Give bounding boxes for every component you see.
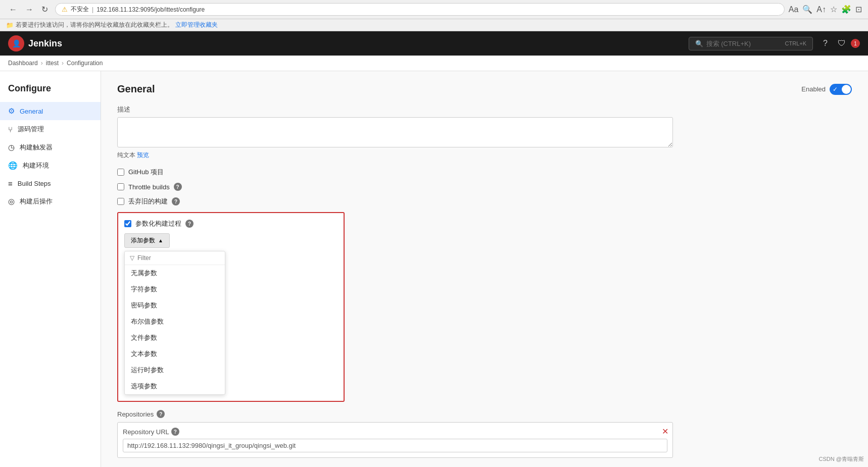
param-option-5[interactable]: 文本参数 bbox=[125, 346, 225, 362]
zoom-icon[interactable]: 🔍 bbox=[802, 5, 812, 14]
notification-badge: 1 bbox=[851, 39, 860, 48]
sidebar-item-build-steps[interactable]: ≡ Build Steps bbox=[0, 175, 101, 192]
repo-url-input[interactable] bbox=[123, 439, 667, 452]
filter-input[interactable] bbox=[137, 254, 220, 262]
sidebar-item-post-build[interactable]: ◎ 构建后操作 bbox=[0, 192, 101, 211]
add-param-label: 添加参数 bbox=[131, 236, 155, 245]
address-text: 不安全 bbox=[71, 5, 89, 14]
extensions-icon[interactable]: 🧩 bbox=[841, 5, 851, 14]
param-option-3[interactable]: 布尔值参数 bbox=[125, 314, 225, 330]
throttle-builds-checkbox[interactable] bbox=[117, 183, 124, 190]
jenkins-logo: 👤 Jenkins bbox=[8, 35, 62, 51]
repo-box: ✕ Repository URL ? bbox=[117, 422, 673, 458]
env-icon: 🌐 bbox=[8, 161, 18, 170]
repositories-label: Repositories ? bbox=[117, 410, 852, 418]
param-option-7[interactable]: 选项参数 bbox=[125, 378, 225, 394]
sidebar-label-env: 构建环境 bbox=[23, 161, 49, 170]
enabled-toggle: Enabled ✓ bbox=[801, 84, 852, 95]
security-warning-icon: ⚠ bbox=[62, 6, 68, 13]
param-option-4[interactable]: 文件参数 bbox=[125, 330, 225, 346]
read-aloud-icon[interactable]: A↑ bbox=[816, 5, 826, 14]
content-area: General Enabled ✓ 描述 纯文本 预览 GitHub 项目 Th… bbox=[101, 71, 868, 467]
search-icon: 🔍 bbox=[695, 40, 703, 47]
repo-url-row: Repository URL ? bbox=[123, 428, 667, 436]
add-param-button[interactable]: 添加参数 ▲ bbox=[124, 233, 170, 248]
param-build-label: 参数化构建过程 bbox=[135, 219, 181, 228]
breadcrumb-current: Configuration bbox=[67, 60, 103, 67]
sidebar-item-general[interactable]: ⚙ General bbox=[0, 102, 101, 120]
throttle-builds-row: Throttle builds ? bbox=[117, 183, 852, 191]
security-wrap: 🛡 1 bbox=[834, 37, 860, 50]
repo-delete-button[interactable]: ✕ bbox=[662, 427, 668, 436]
throttle-help-icon[interactable]: ? bbox=[174, 183, 182, 191]
build-steps-icon: ≡ bbox=[8, 179, 13, 188]
breadcrumb-dashboard[interactable]: Dashboard bbox=[8, 60, 38, 67]
chevron-up-icon: ▲ bbox=[158, 238, 163, 243]
param-help-icon[interactable]: ? bbox=[185, 220, 194, 228]
enabled-label: Enabled bbox=[801, 85, 826, 93]
search-container[interactable]: 🔍 CTRL+K bbox=[689, 37, 813, 50]
jenkins-logo-icon: 👤 bbox=[8, 35, 24, 51]
breadcrumb-ittest[interactable]: ittest bbox=[46, 60, 59, 67]
toggle-check-icon: ✓ bbox=[833, 86, 838, 93]
textarea-links: 纯文本 预览 bbox=[117, 151, 852, 160]
sidebar-label-general: General bbox=[20, 108, 43, 115]
shield-icon[interactable]: 🛡 bbox=[834, 37, 850, 50]
repositories-help-icon[interactable]: ? bbox=[157, 410, 165, 418]
repo-url-help-icon[interactable]: ? bbox=[171, 428, 179, 436]
jenkins-header: 👤 Jenkins 🔍 CTRL+K ? 🛡 1 bbox=[0, 31, 868, 56]
section-header: General Enabled ✓ bbox=[117, 83, 852, 95]
enabled-switch[interactable]: ✓ bbox=[830, 84, 852, 95]
preview-link[interactable]: 预览 bbox=[137, 151, 149, 159]
browser-right-icons: Aa 🔍 A↑ ☆ 🧩 ⊡ bbox=[789, 5, 862, 14]
address-separator: | bbox=[92, 6, 93, 13]
repositories-section: Repositories ? ✕ Repository URL ? bbox=[117, 410, 852, 458]
sidebar-label-source: 源码管理 bbox=[18, 125, 44, 134]
sidebar-toggle-icon[interactable]: ⊡ bbox=[855, 5, 862, 14]
param-build-checkbox[interactable] bbox=[124, 220, 131, 227]
browser-bar: ← → ↻ ⚠ 不安全 | 192.168.11.132:9095/job/it… bbox=[0, 0, 868, 19]
triggers-icon: ◷ bbox=[8, 143, 15, 152]
breadcrumb-sep-1: › bbox=[41, 60, 43, 67]
filter-row: ▽ bbox=[125, 251, 225, 265]
reload-button[interactable]: ↻ bbox=[38, 4, 51, 15]
address-bar[interactable]: ⚠ 不安全 | 192.168.11.132:9095/job/ittest/c… bbox=[55, 3, 785, 16]
discard-builds-checkbox[interactable] bbox=[117, 198, 124, 205]
sidebar-label-post-build: 构建后操作 bbox=[20, 197, 53, 206]
sidebar-item-source[interactable]: ⑂ 源码管理 bbox=[0, 120, 101, 138]
github-project-checkbox[interactable] bbox=[117, 169, 124, 176]
sidebar-title: Configure bbox=[0, 79, 101, 102]
jenkins-avatar: 👤 bbox=[12, 39, 21, 47]
manage-bookmarks-link[interactable]: 立即管理收藏夹 bbox=[175, 21, 218, 29]
param-option-0[interactable]: 无属参数 bbox=[125, 265, 225, 281]
filter-icon: ▽ bbox=[130, 254, 134, 262]
address-url: 192.168.11.132:9095/job/ittest/configure bbox=[97, 6, 205, 13]
param-option-2[interactable]: 密码参数 bbox=[125, 297, 225, 314]
param-section: 参数化构建过程 ? 添加参数 ▲ ▽ 无属参数 字符参数 密码参数 布尔值参数 … bbox=[117, 212, 345, 402]
sidebar-item-env[interactable]: 🌐 构建环境 bbox=[0, 157, 101, 175]
param-option-6[interactable]: 运行时参数 bbox=[125, 362, 225, 378]
watermark: CSDN @青嗡青斯 bbox=[819, 455, 864, 463]
translate-icon[interactable]: Aa bbox=[789, 5, 799, 14]
section-title: General bbox=[117, 83, 155, 95]
discard-builds-row: 丢弃旧的构建 ? bbox=[117, 197, 852, 206]
favorites-icon[interactable]: ☆ bbox=[830, 5, 837, 14]
discard-help-icon[interactable]: ? bbox=[172, 197, 180, 205]
search-shortcut: CTRL+K bbox=[785, 40, 807, 46]
import-bookmarks-icon: 📁 bbox=[6, 22, 14, 29]
param-section-header: 参数化构建过程 ? bbox=[124, 219, 337, 228]
general-icon: ⚙ bbox=[8, 107, 15, 116]
param-option-1[interactable]: 字符参数 bbox=[125, 281, 225, 297]
forward-button[interactable]: → bbox=[22, 4, 36, 15]
help-icon[interactable]: ? bbox=[819, 37, 832, 50]
search-input[interactable] bbox=[706, 40, 782, 47]
sidebar-item-triggers[interactable]: ◷ 构建触发器 bbox=[0, 138, 101, 157]
throttle-builds-label: Throttle builds bbox=[128, 183, 170, 191]
description-textarea[interactable] bbox=[117, 117, 673, 147]
back-button[interactable]: ← bbox=[6, 4, 20, 15]
param-dropdown-menu: ▽ 无属参数 字符参数 密码参数 布尔值参数 文件参数 文本参数 运行时参数 选… bbox=[124, 251, 225, 395]
import-label: 若要进行快速访问，请将你的网址收藏放在此收藏夹栏上。 bbox=[16, 21, 173, 29]
github-project-label: GitHub 项目 bbox=[128, 168, 164, 177]
nav-buttons: ← → ↻ bbox=[6, 4, 51, 15]
main-layout: Configure ⚙ General ⑂ 源码管理 ◷ 构建触发器 🌐 构建环… bbox=[0, 71, 868, 467]
